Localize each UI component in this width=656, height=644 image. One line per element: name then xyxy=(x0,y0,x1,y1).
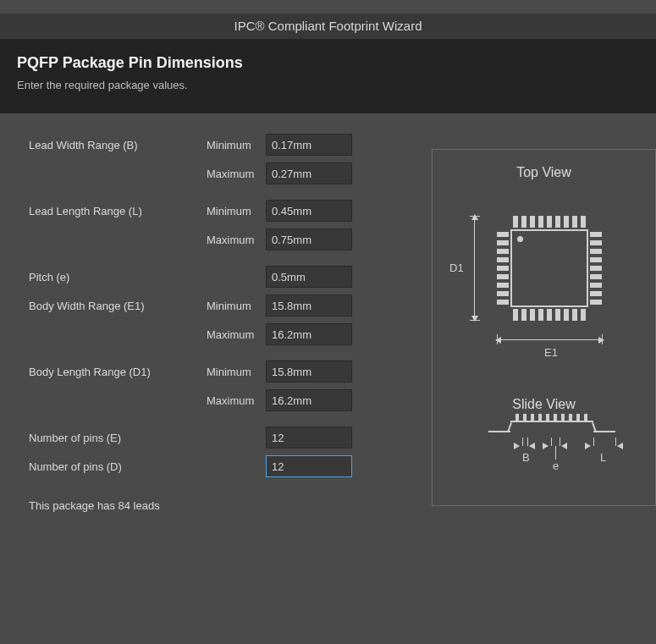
row-body-width-max: Maximum xyxy=(29,320,427,349)
chip-pin xyxy=(555,309,560,321)
dim-b-arrow-left-icon xyxy=(529,443,535,449)
page-subtitle: Enter the required package values. xyxy=(17,79,639,91)
input-lead-length-min[interactable] xyxy=(266,200,352,222)
chip-pin xyxy=(538,309,543,321)
chip-pin xyxy=(555,216,560,228)
page-header: PQFP Package Pin Dimensions Enter the re… xyxy=(0,39,656,113)
slide-pin xyxy=(538,414,542,421)
slide-pin xyxy=(554,414,557,421)
row-body-length-max: Maximum xyxy=(29,386,427,415)
slide-body-top xyxy=(510,421,593,422)
chip-pin xyxy=(590,283,602,288)
row-body-length-min: Body Length Range (D1) Minimum xyxy=(29,357,427,386)
sublabel-min: Minimum xyxy=(207,139,266,151)
chip-pin xyxy=(497,274,509,279)
label-pins-d: Number of pins (D) xyxy=(29,460,207,473)
dim-d1-line xyxy=(474,217,475,319)
chip-pin xyxy=(572,216,577,228)
body-area: Lead Width Range (B) Minimum Maximum Lea… xyxy=(0,113,656,644)
chip-pin xyxy=(521,216,526,228)
chip-pin xyxy=(513,216,518,228)
chip-pin xyxy=(497,240,509,245)
dim-e-label: e xyxy=(553,460,559,472)
input-body-width-max[interactable] xyxy=(266,323,352,345)
input-pitch[interactable] xyxy=(266,266,352,288)
chip-pin xyxy=(547,309,552,321)
row-lead-width-min: Lead Width Range (B) Minimum xyxy=(29,130,427,159)
slide-pin xyxy=(584,414,587,421)
chip-pin xyxy=(590,249,602,254)
row-pins-e: Number of pins (E) xyxy=(29,423,427,452)
dim-l-arrow-right-icon xyxy=(585,443,591,449)
chip-pin xyxy=(572,309,577,321)
row-lead-length-max: Maximum xyxy=(29,225,427,254)
chip-pin xyxy=(497,283,509,288)
dim-e1-line xyxy=(499,339,600,340)
window-title: IPC® Compliant Footprint Wizard xyxy=(234,19,422,33)
chip-body xyxy=(510,229,588,307)
top-view-title: Top View xyxy=(433,165,655,180)
slide-pin xyxy=(576,414,580,421)
slide-pin xyxy=(561,414,565,421)
top-view-diagram: D1 E1 xyxy=(433,180,655,358)
chip-pin xyxy=(521,309,526,321)
dim-d1-label: D1 xyxy=(449,261,464,274)
chip-pin1-dot-icon xyxy=(517,236,523,242)
chip-pin xyxy=(513,309,518,321)
label-lead-length: Lead Length Range (L) xyxy=(29,205,207,217)
chip-pin xyxy=(564,309,569,321)
label-pins-e: Number of pins (E) xyxy=(29,432,207,444)
chip-pin xyxy=(590,274,602,279)
row-lead-width-max: Maximum xyxy=(29,159,427,188)
dim-l-arrow-left-icon xyxy=(617,443,623,449)
label-lead-width: Lead Width Range (B) xyxy=(29,139,207,151)
dim-b-label: B xyxy=(522,451,530,464)
chip-pin xyxy=(547,216,552,228)
preview-panel: Top View D1 E1 Slide View xyxy=(432,149,656,506)
sublabel-max: Maximum xyxy=(207,168,266,180)
slide-view-title: Slide View xyxy=(433,397,655,412)
chip-pin xyxy=(530,216,535,228)
slide-view-diagram: B e L xyxy=(433,412,655,488)
chip-pin xyxy=(497,257,509,262)
chip-pin xyxy=(497,249,509,254)
chip-pin xyxy=(590,300,602,305)
input-body-width-min[interactable] xyxy=(266,294,352,316)
dim-b-arrow-right-icon xyxy=(514,443,520,449)
chip-pin xyxy=(590,266,602,271)
chip-pin xyxy=(497,266,509,271)
label-pitch: Pitch (e) xyxy=(29,271,207,283)
input-body-length-max[interactable] xyxy=(266,389,352,411)
slide-pin xyxy=(523,414,526,421)
input-lead-length-max[interactable] xyxy=(266,228,352,250)
window-title-bar: IPC® Compliant Footprint Wizard xyxy=(0,14,656,39)
chip-pin xyxy=(497,291,509,296)
chip-pin xyxy=(581,309,586,321)
chip-pin xyxy=(590,232,602,237)
chip-pin xyxy=(530,309,535,321)
leads-note: This package has 84 leads xyxy=(29,499,427,512)
input-lead-width-max[interactable] xyxy=(266,162,352,184)
chip-pin xyxy=(538,216,543,228)
slide-pin xyxy=(531,414,534,421)
row-lead-length-min: Lead Length Range (L) Minimum xyxy=(29,196,427,225)
page-title: PQFP Package Pin Dimensions xyxy=(17,54,639,72)
dim-e-arrow-right-icon xyxy=(543,443,549,449)
slide-pin xyxy=(569,414,572,421)
chip-pin xyxy=(564,216,569,228)
chip-pin xyxy=(497,300,509,305)
dim-e1-label: E1 xyxy=(544,346,558,359)
row-pitch: Pitch (e) xyxy=(29,262,427,291)
input-pins-e[interactable] xyxy=(266,427,352,449)
dim-l-label: L xyxy=(600,451,606,464)
input-pins-d[interactable] xyxy=(266,455,352,477)
input-body-length-min[interactable] xyxy=(266,361,352,383)
slide-pin xyxy=(515,414,519,421)
dim-e-arrow-left-icon xyxy=(561,443,567,449)
label-body-length: Body Length Range (D1) xyxy=(29,366,207,378)
form-column: Lead Width Range (B) Minimum Maximum Lea… xyxy=(29,130,427,512)
row-body-width-min: Body Width Range (E1) Minimum xyxy=(29,291,427,320)
chip-pin xyxy=(590,291,602,296)
label-body-width: Body Width Range (E1) xyxy=(29,300,207,312)
input-lead-width-min[interactable] xyxy=(266,134,352,156)
